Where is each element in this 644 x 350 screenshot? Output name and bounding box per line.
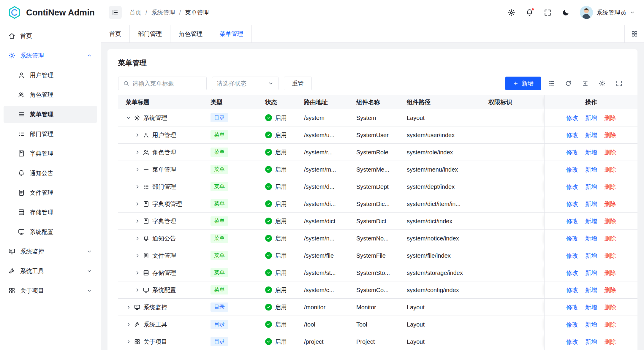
delete-link[interactable]: 删除: [604, 114, 616, 122]
sidebar-item-storage[interactable]: 存储管理: [4, 204, 97, 221]
settings-button[interactable]: [507, 9, 515, 17]
table-fullscreen-button[interactable]: [613, 77, 626, 90]
delete-link[interactable]: 删除: [604, 200, 616, 208]
add-link[interactable]: 新增: [585, 269, 597, 277]
edit-link[interactable]: 修改: [566, 251, 578, 260]
chevron-right-icon[interactable]: [126, 304, 132, 310]
row-actions: 修改新增删除: [544, 281, 637, 298]
delete-link[interactable]: 删除: [604, 165, 616, 174]
edit-link[interactable]: 修改: [566, 320, 578, 329]
add-link[interactable]: 新增: [585, 217, 597, 225]
edit-link[interactable]: 修改: [566, 148, 578, 156]
tab-overview-button[interactable]: [624, 25, 644, 42]
sidebar-item-config[interactable]: 系统配置: [4, 223, 97, 240]
user-menu[interactable]: 系统管理员: [580, 6, 635, 19]
search-input[interactable]: [132, 80, 202, 87]
sidebar-item-file[interactable]: 文件管理: [4, 184, 97, 201]
chevron-right-icon[interactable]: [135, 270, 140, 276]
add-link[interactable]: 新增: [585, 286, 597, 294]
add-link[interactable]: 新增: [585, 183, 597, 191]
edit-link[interactable]: 修改: [566, 114, 578, 122]
edit-link[interactable]: 修改: [566, 286, 578, 294]
column-header-title: 菜单标题: [118, 95, 203, 109]
tab-3[interactable]: 菜单管理: [211, 25, 252, 42]
chevron-right-icon[interactable]: [135, 253, 140, 259]
edit-link[interactable]: 修改: [566, 183, 578, 191]
tab-1[interactable]: 部门管理: [130, 25, 170, 42]
chevron-right-icon[interactable]: [135, 167, 140, 172]
reset-button[interactable]: 重置: [284, 77, 312, 90]
add-link[interactable]: 新增: [585, 200, 597, 208]
collapse-sidebar-button[interactable]: [109, 6, 122, 19]
chevron-right-icon[interactable]: [126, 339, 132, 345]
chevron-right-icon[interactable]: [135, 184, 140, 190]
edit-link[interactable]: 修改: [566, 269, 578, 277]
chevron-right-icon[interactable]: [126, 322, 132, 327]
delete-link[interactable]: 删除: [604, 251, 616, 260]
sidebar-item-tools[interactable]: 系统工具: [4, 262, 97, 280]
delete-link[interactable]: 删除: [604, 320, 616, 329]
avatar[interactable]: [580, 6, 593, 19]
column-settings-button[interactable]: [596, 77, 609, 90]
tab-2[interactable]: 角色管理: [170, 25, 211, 42]
sidebar-item-menu[interactable]: 菜单管理: [4, 106, 97, 123]
chevron-right-icon[interactable]: [135, 218, 140, 224]
edit-link[interactable]: 修改: [566, 303, 578, 311]
add-link[interactable]: 新增: [585, 320, 597, 329]
add-link[interactable]: 新增: [585, 148, 597, 156]
status-select[interactable]: 请选择状态: [212, 77, 279, 90]
delete-link[interactable]: 删除: [604, 217, 616, 225]
edit-link[interactable]: 修改: [566, 234, 578, 243]
logo-text: ContiNew Admin: [26, 7, 95, 19]
dark-mode-button[interactable]: [562, 9, 570, 17]
chevron-right-icon[interactable]: [135, 132, 140, 138]
add-link[interactable]: 新增: [585, 338, 597, 346]
edit-link[interactable]: 修改: [566, 217, 578, 225]
breadcrumb-item[interactable]: 菜单管理: [185, 8, 209, 17]
breadcrumb-item[interactable]: 首页: [129, 8, 141, 17]
tab-0[interactable]: 首页: [101, 25, 130, 42]
delete-link[interactable]: 删除: [604, 183, 616, 191]
refresh-button[interactable]: [562, 77, 575, 90]
delete-link[interactable]: 删除: [604, 269, 616, 277]
chevron-down-icon[interactable]: [126, 115, 132, 121]
batch-list-button[interactable]: [545, 77, 558, 90]
delete-link[interactable]: 删除: [604, 148, 616, 156]
sidebar-item-user[interactable]: 用户管理: [4, 66, 97, 84]
add-link[interactable]: 新增: [585, 303, 597, 311]
menu-title-cell: 字典项管理: [118, 195, 203, 212]
notifications-button[interactable]: [526, 9, 534, 17]
chevron-right-icon[interactable]: [135, 201, 140, 207]
delete-link[interactable]: 删除: [604, 286, 616, 294]
sidebar-item-role[interactable]: 角色管理: [4, 86, 97, 103]
sidebar-item-home[interactable]: 首页: [4, 27, 97, 45]
status-text: 启用: [275, 165, 287, 174]
sidebar-item-system[interactable]: 系统管理: [4, 47, 97, 64]
chevron-right-icon[interactable]: [135, 235, 140, 241]
edit-link[interactable]: 修改: [566, 338, 578, 346]
chevron-right-icon[interactable]: [135, 149, 140, 155]
add-link[interactable]: 新增: [585, 251, 597, 260]
add-button[interactable]: 新增: [505, 77, 541, 90]
sidebar-item-monitor[interactable]: 系统监控: [4, 243, 97, 260]
breadcrumb-item[interactable]: 系统管理: [151, 8, 175, 17]
sidebar-item-dept[interactable]: 部门管理: [4, 125, 97, 142]
add-link[interactable]: 新增: [585, 114, 597, 122]
fullscreen-button[interactable]: [544, 9, 552, 17]
delete-link[interactable]: 删除: [604, 338, 616, 346]
add-link[interactable]: 新增: [585, 165, 597, 174]
add-link[interactable]: 新增: [585, 234, 597, 243]
delete-link[interactable]: 删除: [604, 303, 616, 311]
add-link[interactable]: 新增: [585, 131, 597, 139]
delete-link[interactable]: 删除: [604, 131, 616, 139]
delete-link[interactable]: 删除: [604, 234, 616, 243]
tools-icon: [8, 267, 15, 275]
edit-link[interactable]: 修改: [566, 131, 578, 139]
expand-collapse-button[interactable]: [579, 77, 592, 90]
edit-link[interactable]: 修改: [566, 200, 578, 208]
sidebar-item-notice[interactable]: 通知公告: [4, 164, 97, 182]
edit-link[interactable]: 修改: [566, 165, 578, 174]
sidebar-item-about[interactable]: 关于项目: [4, 282, 97, 299]
chevron-right-icon[interactable]: [135, 287, 140, 293]
sidebar-item-dict[interactable]: 字典管理: [4, 145, 97, 162]
